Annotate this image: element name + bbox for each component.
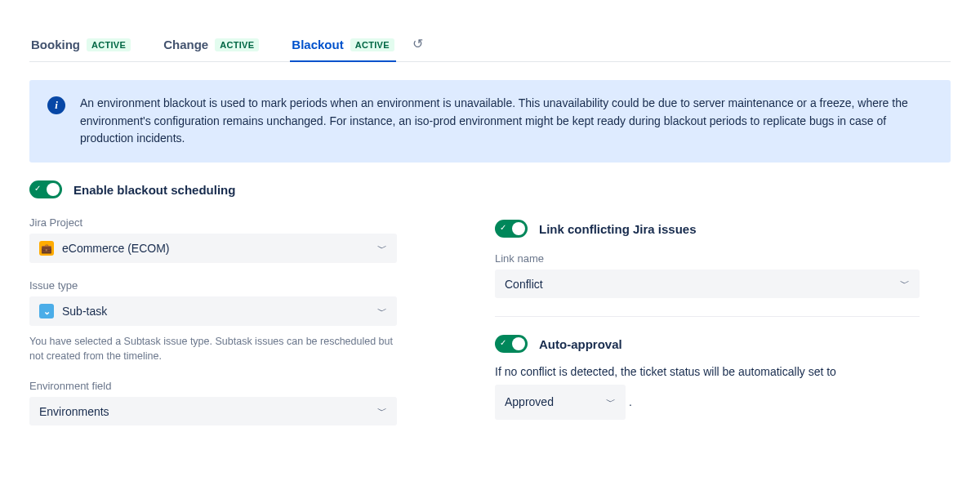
status-badge: ACTIVE: [87, 38, 131, 51]
enable-blackout-row: Enable blackout scheduling: [29, 180, 951, 198]
auto-approval-status-select[interactable]: Approved ﹀: [495, 385, 626, 420]
chevron-down-icon: ﹀: [377, 242, 387, 256]
environment-field-select[interactable]: Environments ﹀: [29, 397, 397, 425]
link-name-select[interactable]: Conflict ﹀: [495, 270, 920, 298]
issue-type-select[interactable]: ⌄ Sub-task ﹀: [29, 296, 397, 326]
auto-approval-status-value: Approved: [505, 390, 554, 415]
link-name-label: Link name: [495, 252, 920, 265]
tab-label: Change: [163, 38, 208, 51]
info-text: An environment blackout is used to mark …: [80, 95, 933, 148]
project-avatar-icon: 💼: [39, 241, 54, 256]
undo-button[interactable]: ↺: [411, 33, 425, 61]
auto-approval-text-before: If no conflict is detected, the ticket s…: [495, 365, 836, 378]
auto-approval-text-after: .: [629, 395, 632, 408]
environment-field-label: Environment field: [29, 380, 397, 392]
jira-project-select[interactable]: 💼 eCommerce (ECOM) ﹀: [29, 234, 397, 263]
status-badge: ACTIVE: [350, 38, 394, 51]
jira-project-label: Jira Project: [29, 216, 397, 229]
tab-blackout[interactable]: Blackout ACTIVE: [290, 33, 396, 61]
issue-type-helper: You have selected a Subtask issue type. …: [29, 334, 397, 363]
info-icon: i: [47, 96, 65, 114]
chevron-down-icon: ﹀: [377, 404, 387, 418]
issue-type-icon: ⌄: [39, 304, 54, 318]
issue-type-value: Sub-task: [62, 305, 107, 318]
link-conflicting-label: Link conflicting Jira issues: [539, 222, 697, 236]
chevron-down-icon: ﹀: [606, 391, 616, 412]
auto-approval-label: Auto-approval: [539, 337, 622, 351]
info-panel: i An environment blackout is used to mar…: [29, 80, 951, 163]
chevron-down-icon: ﹀: [900, 277, 910, 291]
link-conflicting-toggle[interactable]: [495, 220, 528, 238]
divider: [495, 316, 920, 317]
tab-change[interactable]: Change ACTIVE: [162, 33, 261, 61]
chevron-down-icon: ﹀: [377, 305, 387, 318]
enable-blackout-label: Enable blackout scheduling: [74, 183, 235, 197]
enable-blackout-toggle[interactable]: [29, 180, 62, 198]
issue-type-label: Issue type: [29, 279, 397, 292]
tab-booking[interactable]: Booking ACTIVE: [29, 33, 132, 61]
tab-label: Booking: [31, 38, 80, 51]
jira-project-value: eCommerce (ECOM): [62, 242, 169, 255]
tabs-bar: Booking ACTIVE Change ACTIVE Blackout AC…: [29, 33, 951, 62]
environment-field-value: Environments: [39, 405, 109, 418]
auto-approval-toggle[interactable]: [495, 335, 528, 353]
auto-approval-description: If no conflict is detected, the ticket s…: [495, 359, 920, 420]
tab-label: Blackout: [292, 38, 343, 51]
status-badge: ACTIVE: [215, 38, 259, 51]
link-name-value: Conflict: [505, 278, 543, 291]
